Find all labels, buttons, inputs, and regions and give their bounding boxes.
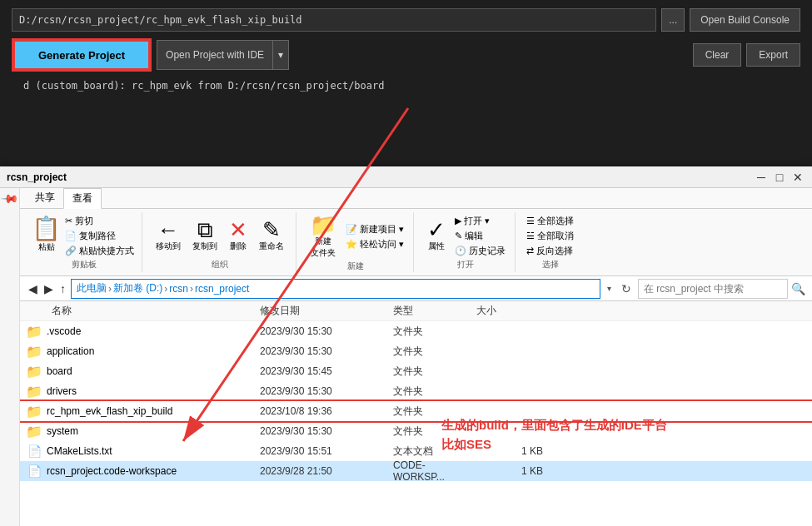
properties-button[interactable]: ✓ 属性 xyxy=(422,217,451,254)
ribbon-group-open: ✓ 属性 ▶ 打开 ▾ ✎ xyxy=(416,212,516,272)
search-button[interactable]: 🔍 xyxy=(791,282,805,295)
search-input[interactable] xyxy=(638,279,788,299)
open-ide-button[interactable]: Open Project with IDE xyxy=(157,40,273,70)
ribbon-content: 📋 粘贴 ✂ 剪切 📄 xyxy=(20,209,812,275)
table-row[interactable]: 📁.vscode2023/9/30 15:30文件夹 xyxy=(20,321,812,341)
invert-select-label: 反向选择 xyxy=(536,245,573,257)
history-button[interactable]: 🕐 历史记录 xyxy=(452,244,508,258)
col-header-date[interactable]: 修改日期 xyxy=(260,304,393,318)
address-path[interactable]: 此电脑 › 新加卷 (D:) › rcsn › rcsn_project xyxy=(71,279,600,299)
open-label: 打开 ▾ xyxy=(464,215,490,227)
console-text: d (custom_board): rc_hpm_evk from D:/rcs… xyxy=(23,80,384,92)
delete-button[interactable]: ✕ 删除 xyxy=(224,217,252,254)
copy-to-button[interactable]: ⧉ 复制到 xyxy=(187,217,222,254)
open-ide-group: Open Project with IDE ▾ xyxy=(157,40,289,70)
address-segment-project[interactable]: rcsn_project xyxy=(195,283,249,295)
table-row[interactable]: 📁system2023/9/30 15:30文件夹 xyxy=(20,421,812,441)
table-row[interactable]: 📁rc_hpm_evk_flash_xip_build2023/10/8 19:… xyxy=(20,401,812,421)
new-folder-icon: 📁 xyxy=(310,214,336,236)
open-icon: ▶ xyxy=(455,216,461,226)
back-button[interactable]: ◀ xyxy=(27,280,39,297)
file-type: 文件夹 xyxy=(393,385,476,399)
file-list: 📁.vscode2023/9/30 15:30文件夹📁application20… xyxy=(20,321,812,481)
generate-highlight-box: Generate Project xyxy=(12,38,152,72)
paste-shortcut-icon: 🔗 xyxy=(65,246,77,256)
open-ide-chevron[interactable]: ▾ xyxy=(273,40,289,70)
table-row[interactable]: 📄rcsn_project.code-workspace2023/9/28 21… xyxy=(20,461,812,481)
address-segment-drive[interactable]: 新加卷 (D:) xyxy=(113,281,162,295)
up-button[interactable]: ↑ xyxy=(58,280,67,297)
invert-select-button[interactable]: ⇄ 反向选择 xyxy=(524,244,576,258)
col-header-size[interactable]: 大小 xyxy=(476,304,543,318)
select-all-label: 全部选择 xyxy=(537,215,574,227)
invert-select-icon: ⇄ xyxy=(526,246,534,256)
address-dropdown-button[interactable]: ▾ xyxy=(604,282,615,295)
address-sep-2: › xyxy=(164,283,167,295)
properties-icon: ✓ xyxy=(427,219,446,241)
edit-icon: ✎ xyxy=(455,231,462,241)
path-input[interactable] xyxy=(12,8,656,32)
paste-label: 粘贴 xyxy=(38,241,55,253)
action-row: Generate Project Open Project with IDE ▾… xyxy=(12,38,800,72)
history-icon: 🕐 xyxy=(455,246,466,256)
copy-path-button[interactable]: 📄 复制路径 xyxy=(62,229,137,243)
table-row[interactable]: 📁drivers2023/9/30 15:30文件夹 xyxy=(20,381,812,401)
file-name: system xyxy=(47,425,260,437)
folder-icon: 📁 xyxy=(27,404,42,419)
new-folder-button[interactable]: 📁 新建文件夹 xyxy=(305,212,341,261)
export-button[interactable]: Export xyxy=(746,43,800,67)
delete-icon: ✕ xyxy=(229,219,247,241)
generate-project-button[interactable]: Generate Project xyxy=(13,40,150,70)
col-header-name[interactable]: 名称 xyxy=(27,304,260,318)
select-all-button[interactable]: ☰ 全部选择 xyxy=(524,214,576,228)
address-segment-rcsn[interactable]: rcsn xyxy=(169,283,188,295)
explorer-title: rcsn_project xyxy=(7,171,67,183)
file-type: 文件夹 xyxy=(393,404,476,419)
maximize-button[interactable]: □ xyxy=(772,170,787,185)
easy-access-button[interactable]: ⭐ 轻松访问 ▾ xyxy=(343,237,406,251)
close-button[interactable]: ✕ xyxy=(790,170,805,185)
ribbon-tab-share[interactable]: 共享 xyxy=(27,188,63,208)
open-build-console-button[interactable]: Open Build Console xyxy=(690,8,800,32)
explorer-section: rcsn_project ─ □ ✕ 📌 共享 查看 xyxy=(0,166,812,526)
edit-button[interactable]: ✎ 编辑 xyxy=(452,229,508,243)
select-all-icon: ☰ xyxy=(526,216,535,226)
rename-button[interactable]: ✎ 重命名 xyxy=(254,217,289,254)
file-type: 文件夹 xyxy=(393,345,476,359)
table-row[interactable]: 📁application2023/9/30 15:30文件夹 xyxy=(20,341,812,361)
clipboard-small-btns: ✂ 剪切 📄 复制路径 🔗 粘贴快捷方式 xyxy=(62,214,137,258)
clipboard-label: 剪贴板 xyxy=(72,259,97,272)
deselect-all-button[interactable]: ☱ 全部取消 xyxy=(524,229,576,243)
new-item-button[interactable]: 📝 新建项目 ▾ xyxy=(343,222,406,236)
col-header-type[interactable]: 类型 xyxy=(393,304,476,318)
main-content: 共享 查看 📋 粘贴 xyxy=(20,188,812,526)
move-to-button[interactable]: ← 移动到 xyxy=(151,217,186,254)
forward-button[interactable]: ▶ xyxy=(42,280,55,297)
deselect-all-icon: ☱ xyxy=(526,231,535,241)
table-row[interactable]: 📁board2023/9/30 15:45文件夹 xyxy=(20,361,812,381)
file-date: 2023/9/30 15:30 xyxy=(260,345,393,357)
copy-path-label: 复制路径 xyxy=(79,230,116,242)
file-date: 2023/9/28 21:50 xyxy=(260,465,393,477)
table-row[interactable]: 📄CMakeLists.txt2023/9/30 15:51文本文档1 KB xyxy=(20,441,812,461)
copy-to-icon: ⧉ xyxy=(197,219,213,241)
file-type: 文件夹 xyxy=(393,325,476,339)
address-segment-computer[interactable]: 此电脑 xyxy=(77,281,107,295)
delete-label: 删除 xyxy=(230,241,247,252)
cut-button[interactable]: ✂ 剪切 xyxy=(62,214,137,228)
explorer-body: 📌 共享 查看 📋 粘贴 xyxy=(0,188,812,526)
address-bar: ◀ ▶ ↑ 此电脑 › 新加卷 (D:) › rcsn › rcsn_proje… xyxy=(20,276,812,301)
ribbon-tab-view[interactable]: 查看 xyxy=(63,188,102,209)
paste-shortcut-button[interactable]: 🔗 粘贴快捷方式 xyxy=(62,244,137,258)
minimize-button[interactable]: ─ xyxy=(754,170,769,185)
address-refresh-button[interactable]: ↻ xyxy=(618,280,635,297)
file-name: .vscode xyxy=(47,325,260,337)
ellipsis-button[interactable]: ... xyxy=(661,8,685,32)
folder-icon: 📁 xyxy=(27,384,42,399)
clear-button[interactable]: Clear xyxy=(693,43,742,67)
paste-button[interactable]: 📋 粘贴 xyxy=(32,216,61,256)
file-name: CMakeLists.txt xyxy=(47,445,260,457)
ribbon-group-select: ☰ 全部选择 ☱ 全部取消 ⇄ 反向选择 xyxy=(517,212,583,272)
open-button[interactable]: ▶ 打开 ▾ xyxy=(452,214,508,228)
open-label: 打开 xyxy=(457,259,474,272)
